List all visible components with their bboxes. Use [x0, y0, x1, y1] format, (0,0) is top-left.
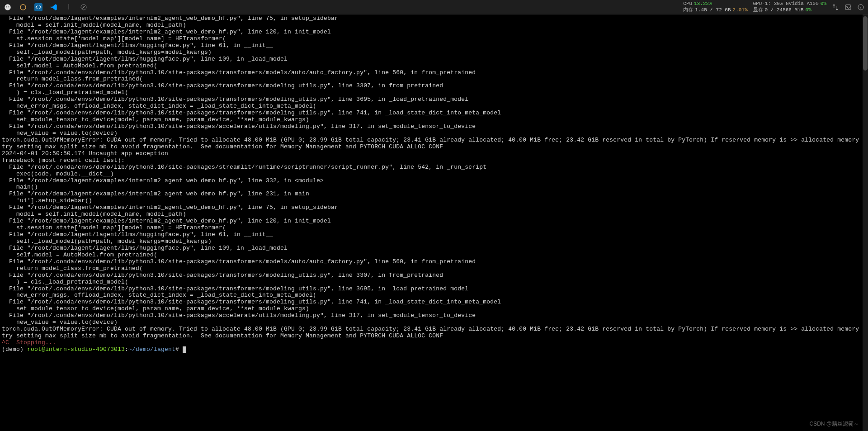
cpu-label: CPU: [683, 1, 692, 7]
terminal-line: self.model = AutoModel.from_pretrained(: [2, 252, 866, 259]
topbar-right: CPU 13.22% 内存 1.45 / 72 GB 2.01% GPU-1: …: [683, 1, 864, 13]
terminal-line: torch.cuda.OutOfMemoryError: CUDA out of…: [2, 326, 866, 333]
terminal-line: File "/root/.conda/envs/demo/lib/python3…: [2, 164, 866, 171]
topbar-left: |: [4, 3, 88, 11]
vram-percent: 0%: [805, 7, 811, 13]
cat-icon[interactable]: [4, 3, 12, 11]
terminal-line: return model_class.from_pretrained(: [2, 265, 866, 272]
svg-rect-6: [845, 5, 851, 9]
terminal-line: return model_class.from_pretrained(: [2, 76, 866, 83]
terminal-line: File "/root/demo/lagent/examples/internl…: [2, 218, 866, 225]
svg-point-2: [8, 6, 9, 7]
mem-percent: 2.01%: [733, 7, 748, 13]
scrollbar-thumb[interactable]: [863, 16, 868, 71]
terminal-line: set_module_tensor_to_device(model, param…: [2, 306, 866, 313]
terminal-line: exec(code, module.__dict__): [2, 171, 866, 178]
terminal-line: self._load_model(path=path, model kwargs…: [2, 238, 866, 245]
stopping-line: ^C Stopping...: [2, 340, 866, 346]
picture-icon[interactable]: [844, 4, 852, 11]
terminal-line: st.session_state['model_map'][model_name…: [2, 225, 866, 232]
terminal-line: ) = cls._load_pretrained_model(: [2, 90, 866, 96]
terminal-line: File "/root/.conda/envs/demo/lib/python3…: [2, 83, 866, 90]
terminal-line: model = self.init_model(model_name, mode…: [2, 211, 866, 218]
terminal-line: File "/root/demo/lagent/examples/internl…: [2, 29, 866, 36]
terminal-line: File "/root/demo/lagent/lagent/llms/hugg…: [2, 232, 866, 238]
cpu-mem-stats: CPU 13.22% 内存 1.45 / 72 GB 2.01%: [683, 1, 747, 13]
prompt-suffix: #: [175, 346, 183, 353]
terminal-line: new_error_msgs, offload_index, state_dic…: [2, 292, 866, 299]
terminal-line: model = self.init_model(model_name, mode…: [2, 22, 866, 29]
terminal-line: 2024-04-01 20:50:50.174 Uncaught app exc…: [2, 151, 866, 157]
vram-value: 0 / 24566 MiB: [765, 7, 804, 13]
terminal-line: new_value = value.to(device): [2, 130, 866, 137]
terminal-line: 'ui'].setup_sidebar(): [2, 198, 866, 204]
vram-label: 显存: [753, 7, 763, 13]
prompt-env: (demo): [2, 346, 27, 353]
code-icon[interactable]: [34, 3, 42, 11]
terminal-line: File "/root/.conda/envs/demo/lib/python3…: [2, 110, 866, 117]
gpu-stats: GPU-1: 30% Nvidia A100 0% 显存 0 / 24566 M…: [753, 1, 826, 13]
terminal-line: self._load_model(path=path, model_kwargs…: [2, 49, 866, 56]
scrollbar-track[interactable]: [863, 14, 868, 431]
gpu-label: GPU-1: 30% Nvidia A100: [753, 1, 819, 7]
terminal-line: File "/root/demo/lagent/lagent/llms/hugg…: [2, 56, 866, 63]
cpu-value: 13.22%: [694, 1, 712, 7]
vscode-icon[interactable]: [50, 3, 58, 11]
terminal-line: new_error_msgs, offload_index, state_dic…: [2, 103, 866, 110]
watermark: CSDN @藕丝泥霸～: [809, 421, 859, 427]
svg-point-0: [5, 4, 11, 10]
terminal-line: File "/root/demo/lagent/lagent/llms/hugg…: [2, 245, 866, 252]
prompt-colon: :: [125, 346, 128, 353]
terminal-line: File "/root/.conda/envs/demo/lib/python3…: [2, 313, 866, 319]
mem-label: 内存: [683, 7, 693, 13]
divider: |: [67, 4, 71, 10]
terminal-line: File "/root/.conda/envs/demo/lib/python3…: [2, 299, 866, 306]
svg-point-1: [6, 6, 7, 7]
terminal-line: new_value = value.to(device): [2, 319, 866, 326]
transfer-icon[interactable]: [832, 4, 839, 11]
terminal-line: File "/root/demo/lagent/lagent/llms/hugg…: [2, 43, 866, 49]
svg-point-3: [20, 5, 26, 10]
cursor: [183, 346, 186, 353]
prompt-path: ~/demo/lagent: [128, 346, 175, 353]
terminal-line: main(): [2, 184, 866, 191]
terminal-line: st.session_state['model_map'][model_name…: [2, 36, 866, 43]
terminal-line: self.model = AutoModel.from_pretrained(: [2, 63, 866, 70]
terminal-line: File "/root/.conda/envs/demo/lib/python3…: [2, 70, 866, 76]
ring-icon[interactable]: [19, 3, 27, 11]
svg-marker-5: [82, 6, 85, 8]
terminal-line: ) = cls._load_pretrained_model(: [2, 279, 866, 286]
terminal-line: File "/root/.conda/envs/demo/lib/python3…: [2, 96, 866, 103]
terminal-line: try setting max_split_size_mb to avoid f…: [2, 333, 866, 340]
terminal-line: torch.cuda.OutOfMemoryError: CUDA out of…: [2, 137, 866, 144]
terminal-line: try setting max_split_size_mb to avoid f…: [2, 144, 866, 151]
prompt-line[interactable]: (demo) root@intern-studio-40073013:~/dem…: [2, 346, 866, 353]
terminal-line: Traceback (most recent call last):: [2, 157, 866, 164]
topbar: | CPU 13.22% 内存 1.45 / 72 GB 2.01% GPU-1…: [0, 0, 868, 14]
terminal-line: File "/root/.conda/envs/demo/lib/python3…: [2, 259, 866, 265]
info-icon[interactable]: [857, 4, 864, 11]
compass-icon[interactable]: [80, 3, 88, 11]
terminal-line: File "/root/demo/lagent/examples/internl…: [2, 204, 866, 211]
terminal-line: File "/root/.conda/envs/demo/lib/python3…: [2, 272, 866, 279]
terminal-line: File "/root/demo/lagent/examples/internl…: [2, 15, 866, 22]
mem-value: 1.45 / 72 GB: [695, 7, 731, 13]
terminal-line: set_module_tensor_to_device(model, param…: [2, 117, 866, 123]
terminal-line: File "/root/demo/lagent/examples/internl…: [2, 178, 866, 185]
prompt-user: root@intern-studio-40073013: [27, 346, 125, 353]
terminal-line: File "/root/.conda/envs/demo/lib/python3…: [2, 123, 866, 130]
terminal-output: File "/root/demo/lagent/examples/internl…: [2, 15, 866, 340]
terminal[interactable]: File "/root/demo/lagent/examples/internl…: [0, 14, 868, 431]
terminal-line: File "/root/demo/lagent/examples/internl…: [2, 191, 866, 198]
gpu-value: 0%: [821, 1, 826, 7]
terminal-line: File "/root/.conda/envs/demo/lib/python3…: [2, 286, 866, 293]
